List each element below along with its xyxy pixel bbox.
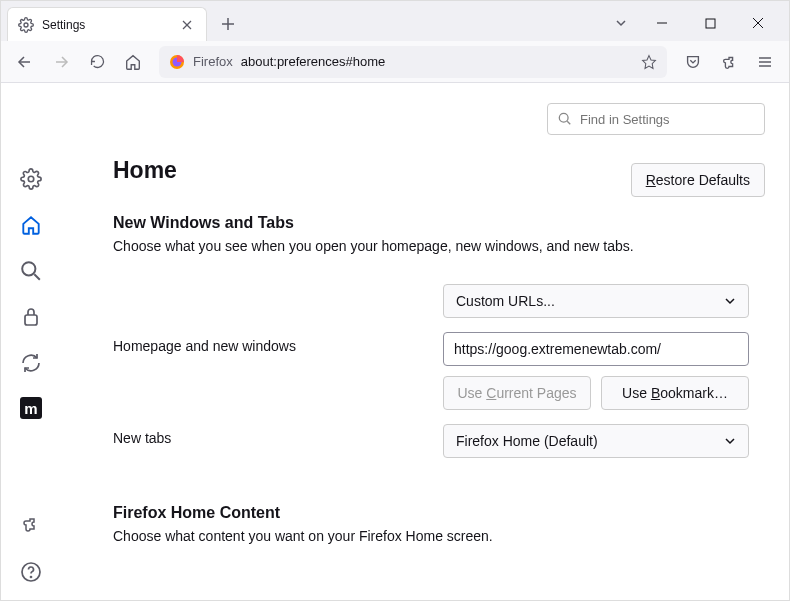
search-settings-box[interactable] [547, 103, 765, 135]
settings-content: Home Restore Defaults New Windows and Ta… [61, 83, 789, 600]
new-tab-button[interactable] [213, 9, 243, 39]
svg-point-18 [22, 262, 35, 275]
chevron-down-icon [724, 435, 736, 447]
sidebar-sync-icon[interactable] [19, 351, 43, 375]
search-icon [558, 112, 572, 126]
chevron-down-icon [724, 295, 736, 307]
svg-point-17 [28, 176, 34, 182]
empty-label [113, 284, 443, 290]
minimize-button[interactable] [641, 8, 683, 38]
homepage-label: Homepage and new windows [113, 332, 443, 354]
url-path: about:preferences#home [241, 54, 386, 69]
forward-button[interactable] [45, 46, 77, 78]
svg-rect-6 [706, 19, 715, 28]
reload-button[interactable] [81, 46, 113, 78]
svg-point-22 [31, 577, 32, 578]
sidebar-general-icon[interactable] [19, 167, 43, 191]
svg-line-19 [34, 274, 40, 280]
settings-sidebar: m [1, 83, 61, 600]
url-bar[interactable]: Firefox about:preferences#home [159, 46, 667, 78]
firefox-icon [169, 54, 185, 70]
home-button[interactable] [117, 46, 149, 78]
section-windows-tabs-title: New Windows and Tabs [113, 214, 765, 232]
star-icon[interactable] [641, 54, 657, 70]
svg-point-0 [24, 23, 28, 27]
menu-icon[interactable] [749, 46, 781, 78]
sidebar-extensions-icon[interactable] [19, 514, 43, 538]
select-value: Firefox Home (Default) [456, 433, 598, 449]
section-home-content-title: Firefox Home Content [113, 504, 765, 522]
newtabs-select[interactable]: Firefox Home (Default) [443, 424, 749, 458]
svg-rect-20 [25, 315, 37, 325]
maximize-button[interactable] [689, 8, 731, 38]
search-settings-input[interactable] [580, 112, 754, 127]
pocket-icon[interactable] [677, 46, 709, 78]
tab-settings[interactable]: Settings [7, 7, 207, 41]
svg-point-23 [559, 113, 568, 122]
section-home-content-desc: Choose what content you want on your Fir… [113, 528, 765, 544]
tabs-dropdown-icon[interactable] [607, 9, 635, 37]
url-protocol: Firefox [193, 54, 233, 69]
section-windows-tabs-desc: Choose what you see when you open your h… [113, 238, 765, 254]
svg-line-24 [567, 121, 570, 124]
back-button[interactable] [9, 46, 41, 78]
gear-icon [18, 17, 34, 33]
homepage-url-input[interactable] [443, 332, 749, 366]
close-window-button[interactable] [737, 8, 779, 38]
sidebar-home-icon[interactable] [19, 213, 43, 237]
tab-title: Settings [42, 18, 170, 32]
restore-defaults-button[interactable]: Restore Defaults [631, 163, 765, 197]
sidebar-search-icon[interactable] [19, 259, 43, 283]
sidebar-more-icon[interactable]: m [20, 397, 42, 419]
select-value: Custom URLs... [456, 293, 555, 309]
toolbar: Firefox about:preferences#home [1, 41, 789, 83]
close-icon[interactable] [178, 16, 196, 34]
use-current-pages-button[interactable]: Use Current Pages [443, 376, 591, 410]
use-bookmark-button[interactable]: Use Bookmark… [601, 376, 749, 410]
sidebar-help-icon[interactable] [19, 560, 43, 584]
tab-bar: Settings [1, 1, 789, 41]
svg-marker-13 [643, 55, 656, 68]
sidebar-privacy-icon[interactable] [19, 305, 43, 329]
newtabs-label: New tabs [113, 424, 443, 446]
extensions-icon[interactable] [713, 46, 745, 78]
homepage-mode-select[interactable]: Custom URLs... [443, 284, 749, 318]
